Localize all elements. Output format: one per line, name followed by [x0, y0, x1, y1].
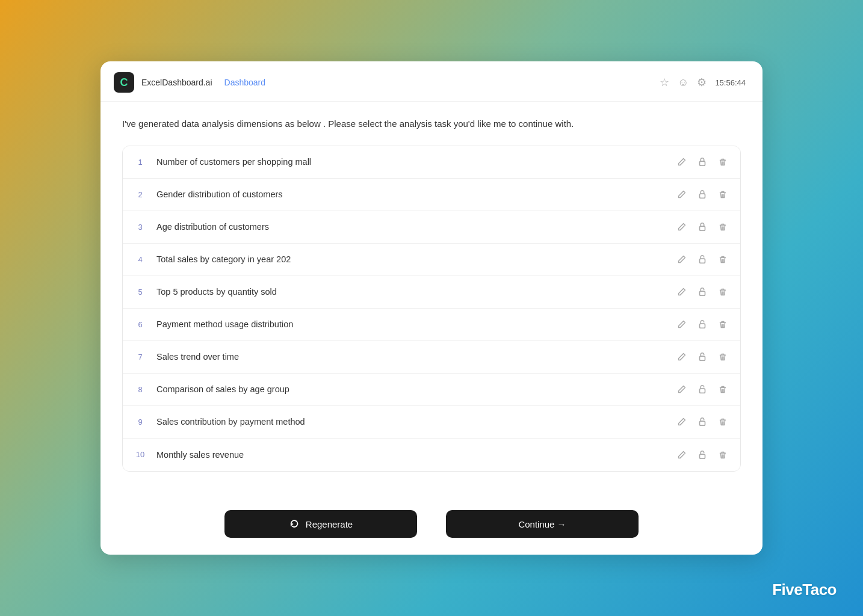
- item-number: 8: [134, 385, 147, 394]
- delete-icon[interactable]: [716, 188, 729, 201]
- lock-unlock-icon[interactable]: [696, 318, 709, 331]
- delete-icon[interactable]: [716, 155, 729, 168]
- edit-icon[interactable]: [675, 188, 688, 201]
- unlock-icon[interactable]: [697, 416, 708, 427]
- lock-unlock-icon[interactable]: [696, 350, 709, 363]
- svg-rect-6: [700, 356, 705, 360]
- item-actions: [675, 220, 729, 233]
- continue-button[interactable]: Continue →: [446, 510, 639, 538]
- edit-icon[interactable]: [675, 448, 688, 461]
- item-number: 2: [134, 190, 147, 199]
- unlock-icon[interactable]: [697, 286, 708, 297]
- delete-icon[interactable]: [716, 318, 729, 331]
- item-label: Top 5 products by quantity sold: [156, 287, 666, 297]
- item-label: Monthly sales revenue: [156, 450, 666, 460]
- logo-box: C: [114, 72, 134, 93]
- item-number: 6: [134, 320, 147, 329]
- item-label: Total sales by category in year 202: [156, 254, 666, 264]
- lock-icon[interactable]: [697, 156, 708, 167]
- item-actions: [675, 318, 729, 331]
- lock-unlock-icon[interactable]: [696, 188, 709, 201]
- item-label: Sales contribution by payment method: [156, 417, 666, 427]
- content-area: I've generated data analysis dimensions …: [101, 102, 762, 498]
- list-item[interactable]: 3 Age distribution of customers: [123, 211, 740, 244]
- item-actions: [675, 415, 729, 428]
- unlock-icon[interactable]: [697, 254, 708, 265]
- list-item[interactable]: 4 Total sales by category in year 202: [123, 244, 740, 276]
- edit-icon[interactable]: [675, 253, 688, 266]
- item-actions: [675, 155, 729, 168]
- list-item[interactable]: 7 Sales trend over time: [123, 341, 740, 374]
- item-actions: [675, 350, 729, 363]
- edit-icon[interactable]: [675, 383, 688, 396]
- main-card: C ExcelDashboard.ai Dashboard ☆ ☺ ⚙ 15:5…: [101, 61, 762, 555]
- delete-icon[interactable]: [716, 285, 729, 298]
- edit-icon[interactable]: [675, 318, 688, 331]
- settings-icon[interactable]: ⚙: [697, 76, 707, 89]
- item-actions: [675, 188, 729, 201]
- header-time: 15:56:44: [715, 78, 746, 87]
- item-label: Gender distribution of customers: [156, 189, 666, 199]
- nav-tab-dashboard[interactable]: Dashboard: [220, 76, 271, 88]
- svg-rect-5: [700, 324, 705, 328]
- list-item[interactable]: 8 Comparison of sales by age group: [123, 374, 740, 406]
- app-name: ExcelDashboard.ai: [141, 78, 212, 87]
- item-label: Age distribution of customers: [156, 222, 666, 232]
- lock-unlock-icon[interactable]: [696, 253, 709, 266]
- edit-icon[interactable]: [675, 415, 688, 428]
- lock-unlock-icon[interactable]: [696, 285, 709, 298]
- edit-icon[interactable]: [675, 220, 688, 233]
- delete-icon[interactable]: [716, 448, 729, 461]
- unlock-icon[interactable]: [697, 319, 708, 330]
- delete-icon[interactable]: [716, 415, 729, 428]
- regenerate-label: Regenerate: [306, 519, 353, 529]
- unlock-icon[interactable]: [697, 384, 708, 395]
- item-number: 9: [134, 417, 147, 427]
- unlock-icon[interactable]: [697, 351, 708, 362]
- svg-rect-3: [700, 259, 705, 263]
- item-actions: [675, 253, 729, 266]
- lock-unlock-icon[interactable]: [696, 415, 709, 428]
- item-number: 1: [134, 158, 147, 167]
- intro-text: I've generated data analysis dimensions …: [122, 117, 741, 131]
- unlock-icon[interactable]: [697, 449, 708, 460]
- lock-icon[interactable]: [697, 189, 708, 200]
- item-number: 7: [134, 353, 147, 362]
- fivetaco-watermark: FiveTaco: [772, 581, 837, 599]
- regenerate-button[interactable]: Regenerate: [224, 510, 417, 538]
- delete-icon[interactable]: [716, 350, 729, 363]
- analysis-list: 1 Number of customers per shopping mall: [122, 146, 741, 472]
- svg-rect-0: [700, 161, 705, 165]
- list-item[interactable]: 10 Monthly sales revenue: [123, 439, 740, 471]
- header: C ExcelDashboard.ai Dashboard ☆ ☺ ⚙ 15:5…: [101, 61, 762, 102]
- item-actions: [675, 285, 729, 298]
- item-actions: [675, 448, 729, 461]
- item-number: 5: [134, 288, 147, 297]
- list-item[interactable]: 6 Payment method usage distribution: [123, 309, 740, 341]
- list-item[interactable]: 9 Sales contribution by payment method: [123, 406, 740, 439]
- lock-unlock-icon[interactable]: [696, 155, 709, 168]
- delete-icon[interactable]: [716, 383, 729, 396]
- edit-icon[interactable]: [675, 155, 688, 168]
- edit-icon[interactable]: [675, 285, 688, 298]
- svg-rect-4: [700, 291, 705, 295]
- star-icon[interactable]: ☆: [660, 76, 669, 89]
- list-item[interactable]: 5 Top 5 products by quantity sold: [123, 276, 740, 309]
- svg-rect-8: [700, 421, 705, 425]
- lock-icon[interactable]: [697, 221, 708, 232]
- lock-unlock-icon[interactable]: [696, 383, 709, 396]
- list-item[interactable]: 2 Gender distribution of customers: [123, 179, 740, 211]
- lock-unlock-icon[interactable]: [696, 220, 709, 233]
- lock-unlock-icon[interactable]: [696, 448, 709, 461]
- delete-icon[interactable]: [716, 220, 729, 233]
- delete-icon[interactable]: [716, 253, 729, 266]
- item-number: 3: [134, 223, 147, 232]
- emoji-icon[interactable]: ☺: [678, 76, 688, 89]
- list-item[interactable]: 1 Number of customers per shopping mall: [123, 146, 740, 179]
- continue-label: Continue →: [518, 519, 566, 529]
- svg-rect-2: [700, 226, 705, 230]
- svg-rect-7: [700, 389, 705, 393]
- svg-rect-9: [700, 454, 705, 458]
- edit-icon[interactable]: [675, 350, 688, 363]
- item-label: Sales trend over time: [156, 352, 666, 362]
